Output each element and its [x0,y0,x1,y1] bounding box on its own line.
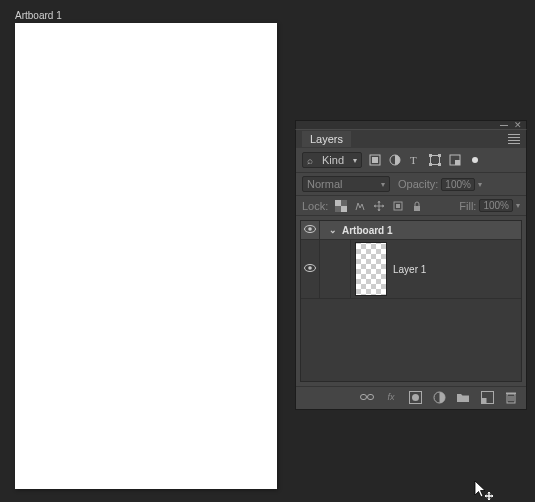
svg-rect-12 [341,206,347,212]
chevron-down-icon[interactable]: ⌄ [326,225,340,235]
lock-label: Lock: [302,200,328,212]
filter-kind-select[interactable]: ⌕ Kind ▾ [302,152,362,168]
move-cursor-icon [474,480,494,502]
chevron-down-icon[interactable]: ▾ [478,180,482,189]
lock-all-icon[interactable] [410,199,423,212]
panel-topbar[interactable]: ✕ [295,120,527,129]
svg-rect-10 [455,160,460,165]
fill-value[interactable]: 100% [479,199,513,212]
visibility-eye-icon[interactable] [304,263,316,275]
layers-panel: ✕ Layers ⌕ Kind ▾ T [295,120,527,410]
svg-point-19 [308,227,312,231]
link-layers-icon[interactable] [360,390,374,404]
search-icon: ⌕ [307,155,313,166]
new-group-icon[interactable] [456,390,470,404]
artboard-name[interactable]: Artboard 1 [340,225,393,236]
opacity-value[interactable]: 100% [441,178,475,191]
layer-row[interactable]: Layer 1 [301,240,521,299]
blend-row: Normal ▾ Opacity: 100% ▾ [296,173,526,196]
chevron-down-icon: ▾ [381,180,385,189]
filter-shape-icon[interactable] [428,153,442,167]
filter-pixel-icon[interactable] [368,153,382,167]
add-mask-icon[interactable] [408,390,422,404]
svg-rect-23 [368,395,374,400]
visibility-eye-icon[interactable] [304,224,316,236]
panel-footer: fx [296,386,526,407]
svg-rect-33 [506,392,516,394]
chevron-down-icon[interactable]: ▾ [516,201,520,210]
fill-label: Fill: [459,200,476,212]
lock-transparency-icon[interactable] [334,199,347,212]
panel-title[interactable]: Layers [302,131,351,147]
lock-position-icon[interactable] [372,199,385,212]
filter-row: ⌕ Kind ▾ T [296,148,526,173]
artboard[interactable] [15,23,277,489]
layer-thumbnail[interactable] [355,242,387,296]
chevron-down-icon: ▾ [353,156,357,165]
filter-type-icon[interactable]: T [408,153,422,167]
artboard-row[interactable]: ⌄ Artboard 1 [301,221,521,240]
panel-menu-icon[interactable] [508,134,520,144]
new-adjustment-icon[interactable] [432,390,446,404]
lock-artboard-icon[interactable] [391,199,404,212]
filter-adjustment-icon[interactable] [388,153,402,167]
filter-toggle-dot[interactable] [468,153,482,167]
svg-rect-7 [429,163,432,166]
svg-rect-13 [341,200,347,206]
svg-point-25 [412,394,419,401]
filter-smartobject-icon[interactable] [448,153,462,167]
canvas-area: Artboard 1 [15,10,277,489]
blend-mode-value: Normal [307,178,342,190]
svg-text:T: T [410,154,417,166]
opacity-label: Opacity: [398,178,438,190]
svg-point-21 [308,266,312,270]
svg-rect-16 [396,204,400,208]
blend-mode-select[interactable]: Normal ▾ [302,176,390,192]
svg-rect-5 [429,154,432,157]
minimize-icon[interactable] [500,125,508,126]
close-icon[interactable]: ✕ [514,121,522,130]
layers-tree: ⌄ Artboard 1 Layer 1 [300,220,522,382]
svg-rect-14 [335,206,341,212]
svg-rect-28 [481,398,486,404]
svg-rect-17 [414,206,420,211]
lock-image-icon[interactable] [353,199,366,212]
filter-kind-label: Kind [322,154,344,166]
panel-header: Layers [295,129,527,148]
new-layer-icon[interactable] [480,390,494,404]
svg-rect-8 [438,163,441,166]
layer-effects-icon[interactable]: fx [384,390,398,404]
svg-rect-6 [438,154,441,157]
artboard-label[interactable]: Artboard 1 [15,10,277,21]
svg-rect-1 [372,157,378,163]
svg-rect-22 [361,395,367,400]
delete-layer-icon[interactable] [504,390,518,404]
svg-rect-11 [335,200,341,206]
lock-row: Lock: Fill: 100% ▾ [296,196,526,216]
layer-name[interactable]: Layer 1 [393,264,426,275]
